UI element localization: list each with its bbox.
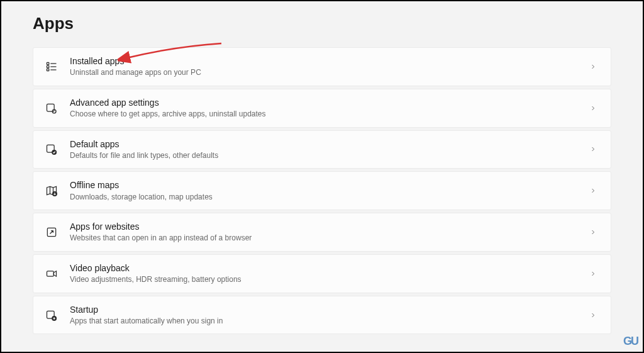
advanced-app-settings-icon <box>45 101 58 115</box>
svg-rect-2 <box>47 69 49 70</box>
settings-item-offline-maps[interactable]: Offline maps Downloads, storage location… <box>33 171 611 210</box>
settings-item-advanced-app-settings[interactable]: Advanced app settings Choose where to ge… <box>33 89 611 128</box>
item-text: Advanced app settings Choose where to ge… <box>70 97 589 120</box>
chevron-right-icon <box>589 63 597 70</box>
chevron-right-icon <box>589 145 597 153</box>
item-text: Video playback Video adjustments, HDR st… <box>70 262 589 285</box>
item-description: Choose where to get apps, archive apps, … <box>70 109 589 120</box>
item-text: Default apps Defaults for file and link … <box>70 138 589 161</box>
chevron-right-icon <box>589 270 597 277</box>
settings-item-video-playback[interactable]: Video playback Video adjustments, HDR st… <box>33 254 611 293</box>
settings-list: Installed apps Uninstall and manage apps… <box>33 47 611 334</box>
svg-rect-0 <box>47 62 49 64</box>
item-title: Startup <box>70 304 589 315</box>
offline-maps-icon <box>45 184 58 198</box>
item-text: Offline maps Downloads, storage location… <box>70 179 589 202</box>
chevron-right-icon <box>589 187 597 194</box>
item-description: Uninstall and manage apps on your PC <box>70 68 589 78</box>
item-text: Startup Apps that start automatically wh… <box>70 304 589 327</box>
watermark: GU <box>623 335 638 348</box>
item-title: Apps for websites <box>70 221 589 232</box>
settings-item-default-apps[interactable]: Default apps Defaults for file and link … <box>33 130 611 169</box>
item-title: Video playback <box>70 262 589 274</box>
page-title: Apps <box>33 14 611 33</box>
item-description: Apps that start automatically when you s… <box>70 317 589 327</box>
item-text: Apps for websites Websites that can open… <box>70 221 589 244</box>
default-apps-icon <box>45 142 58 156</box>
item-title: Default apps <box>70 138 589 150</box>
chevron-right-icon <box>589 228 597 236</box>
item-title: Installed apps <box>70 55 589 67</box>
chevron-right-icon <box>589 311 597 319</box>
item-description: Video adjustments, HDR streaming, batter… <box>70 275 589 285</box>
item-title: Advanced app settings <box>70 97 589 108</box>
item-description: Downloads, storage location, map updates <box>70 193 589 203</box>
item-description: Defaults for file and link types, other … <box>70 151 589 161</box>
item-text: Installed apps Uninstall and manage apps… <box>70 55 589 78</box>
video-playback-icon <box>45 267 58 281</box>
svg-rect-1 <box>47 65 49 67</box>
installed-apps-icon <box>45 60 58 74</box>
apps-for-websites-icon <box>45 225 58 239</box>
settings-item-apps-for-websites[interactable]: Apps for websites Websites that can open… <box>33 213 611 252</box>
chevron-right-icon <box>589 104 597 112</box>
settings-item-startup[interactable]: Startup Apps that start automatically wh… <box>33 296 611 335</box>
svg-rect-14 <box>47 271 54 276</box>
item-title: Offline maps <box>70 179 589 191</box>
item-description: Websites that can open in an app instead… <box>70 233 589 244</box>
settings-item-installed-apps[interactable]: Installed apps Uninstall and manage apps… <box>33 47 611 86</box>
startup-icon <box>45 308 58 322</box>
